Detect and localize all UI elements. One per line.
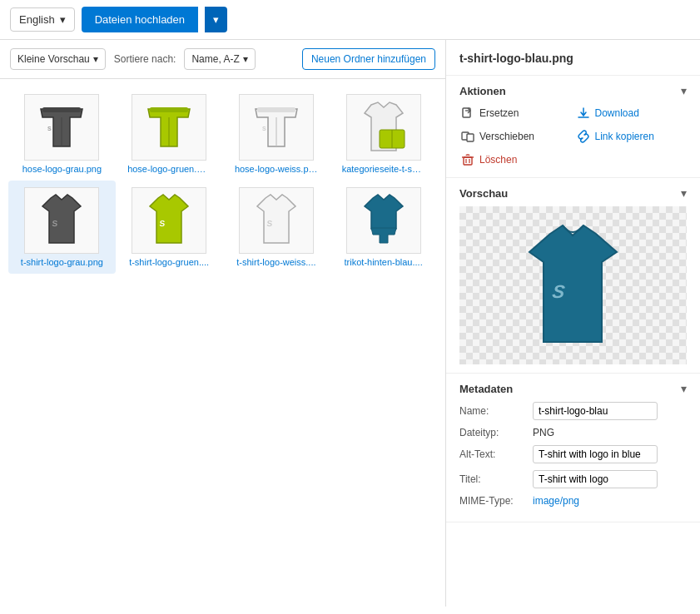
svg-marker-16 — [150, 195, 188, 243]
download-icon — [577, 106, 590, 120]
svg-marker-18 — [257, 195, 295, 243]
ersetzen-action[interactable]: Ersetzen — [459, 104, 572, 122]
file-name: t-shirt-logo-gruen.... — [129, 257, 209, 267]
svg-marker-21 — [371, 228, 396, 243]
shirt-white-icon: S — [247, 191, 305, 250]
chevron-down-icon: ▾ — [681, 84, 687, 97]
right-panel: t-shirt-logo-blau.png Aktionen ▾ Ersetze… — [446, 40, 700, 607]
list-item[interactable]: S hose-logo-weiss.png — [223, 87, 330, 181]
svg-rect-6 — [150, 107, 188, 112]
metadata-section: Metadaten ▾ Name: Dateityp: PNG Alt-Text… — [446, 374, 700, 522]
list-item[interactable]: S t-shirt-logo-grau.png — [8, 181, 116, 274]
svg-rect-24 — [467, 134, 474, 141]
svg-marker-20 — [365, 195, 403, 229]
file-thumbnail: S — [24, 94, 99, 161]
svg-rect-9 — [257, 107, 295, 112]
meta-mime-label: MIME-Type: — [459, 495, 526, 507]
list-item[interactable]: S t-shirt-logo-gruen.... — [116, 181, 223, 274]
meta-title-label: Titel: — [459, 473, 526, 485]
top-bar: English ▾ Dateien hochladen ▾ — [0, 0, 700, 40]
meta-alttext-label: Alt-Text: — [459, 448, 526, 460]
sort-label: Sortiere nach: — [114, 53, 176, 65]
file-name: t-shirt-logo-weiss.... — [236, 257, 315, 267]
view-select-label: Kleine Vorschau — [17, 53, 90, 65]
file-grid: S hose-logo-grau.png hose-logo-gruen.png — [0, 79, 445, 282]
shirt-gray-icon: S — [32, 191, 91, 250]
preview-image-box: S — [459, 206, 687, 364]
preview-section: Vorschau ▾ S — [446, 178, 700, 374]
meta-mime-row: MIME-Type: image/png — [459, 495, 687, 507]
meta-filetype-row: Dateityp: PNG — [459, 427, 687, 438]
list-item[interactable]: kategorieseite-t-shi... — [330, 87, 437, 181]
svg-text:S: S — [159, 219, 166, 228]
shorts-white-icon: S — [247, 101, 305, 155]
actions-section-header[interactable]: Aktionen ▾ — [459, 84, 687, 97]
metadata-title: Metadaten — [459, 383, 513, 395]
verschieben-action[interactable]: Verschieben — [459, 127, 572, 146]
file-name: hose-logo-grau.png — [22, 164, 102, 174]
replace-icon — [461, 106, 474, 120]
chevron-down-icon: ▾ — [681, 186, 687, 200]
file-thumbnail: S — [239, 94, 314, 161]
actions-section: Aktionen ▾ Ersetzen Download — [446, 76, 700, 178]
meta-alttext-input[interactable] — [533, 445, 658, 463]
meta-name-input[interactable] — [533, 402, 658, 420]
file-detail-title: t-shirt-logo-blau.png — [446, 40, 700, 76]
download-action[interactable]: Download — [575, 104, 688, 122]
meta-mime-value: image/png — [533, 495, 579, 507]
trikot-blue-icon — [355, 191, 413, 250]
file-thumbnail — [132, 94, 206, 161]
toolbar: Kleine Vorschau ▾ Sortiere nach: Name, A… — [0, 40, 445, 79]
chevron-down-icon: ▾ — [60, 13, 66, 26]
file-name: t-shirt-logo-grau.png — [21, 257, 103, 267]
upload-button[interactable]: Dateien hochladen — [82, 7, 198, 32]
file-thumbnail — [346, 94, 421, 161]
language-select[interactable]: English ▾ — [10, 7, 75, 32]
svg-rect-2 — [42, 107, 81, 112]
svg-marker-29 — [529, 225, 617, 342]
actions-title: Aktionen — [459, 85, 506, 97]
meta-title-input[interactable] — [533, 470, 658, 488]
tshirt-preview-svg: S — [509, 219, 638, 352]
main-layout: Kleine Vorschau ▾ Sortiere nach: Name, A… — [0, 40, 700, 607]
shorts-green-icon — [140, 101, 198, 155]
file-thumbnail — [346, 187, 421, 254]
move-icon — [461, 130, 474, 143]
svg-text:S: S — [262, 126, 266, 131]
link-icon — [577, 130, 590, 143]
loeschen-action[interactable]: Löschen — [459, 151, 572, 169]
meta-title-row: Titel: — [459, 470, 687, 488]
ersetzen-label: Ersetzen — [479, 107, 519, 119]
list-item[interactable]: trikot-hinten-blau.... — [330, 181, 437, 274]
meta-alttext-row: Alt-Text: — [459, 445, 687, 463]
svg-text:S: S — [266, 219, 273, 228]
new-folder-button[interactable]: Neuen Ordner hinzufügen — [302, 48, 435, 70]
verschieben-label: Verschieben — [479, 131, 534, 142]
list-item[interactable]: S t-shirt-logo-weiss.... — [223, 181, 330, 274]
preview-title: Vorschau — [459, 187, 508, 200]
file-thumbnail: S — [24, 187, 99, 254]
list-item[interactable]: S hose-logo-grau.png — [8, 87, 116, 181]
meta-filetype-label: Dateityp: — [459, 427, 526, 438]
file-name: trikot-hinten-blau.... — [345, 257, 423, 267]
actions-grid: Ersetzen Download Verschieben — [459, 104, 687, 169]
delete-icon — [461, 153, 474, 166]
link-kopieren-label: Link kopieren — [595, 131, 654, 142]
link-kopieren-action[interactable]: Link kopieren — [575, 127, 688, 146]
list-item[interactable]: hose-logo-gruen.png — [116, 87, 223, 181]
metadata-section-header[interactable]: Metadaten ▾ — [459, 382, 687, 395]
file-thumbnail: S — [239, 187, 314, 254]
upload-dropdown-button[interactable]: ▾ — [205, 7, 227, 32]
file-thumbnail: S — [132, 187, 206, 254]
preview-section-header[interactable]: Vorschau ▾ — [459, 186, 687, 200]
sort-select[interactable]: Name, A-Z ▾ — [184, 48, 255, 70]
svg-rect-25 — [464, 157, 472, 165]
svg-text:S: S — [47, 126, 52, 131]
file-name: kategorieseite-t-shi... — [342, 164, 425, 174]
svg-marker-14 — [42, 195, 81, 243]
shorts-gray-icon: S — [32, 101, 91, 155]
file-name: hose-logo-weiss.png — [235, 164, 318, 174]
svg-text:S: S — [52, 219, 59, 228]
view-select[interactable]: Kleine Vorschau ▾ — [10, 48, 106, 70]
sort-select-label: Name, A-Z — [191, 53, 239, 65]
